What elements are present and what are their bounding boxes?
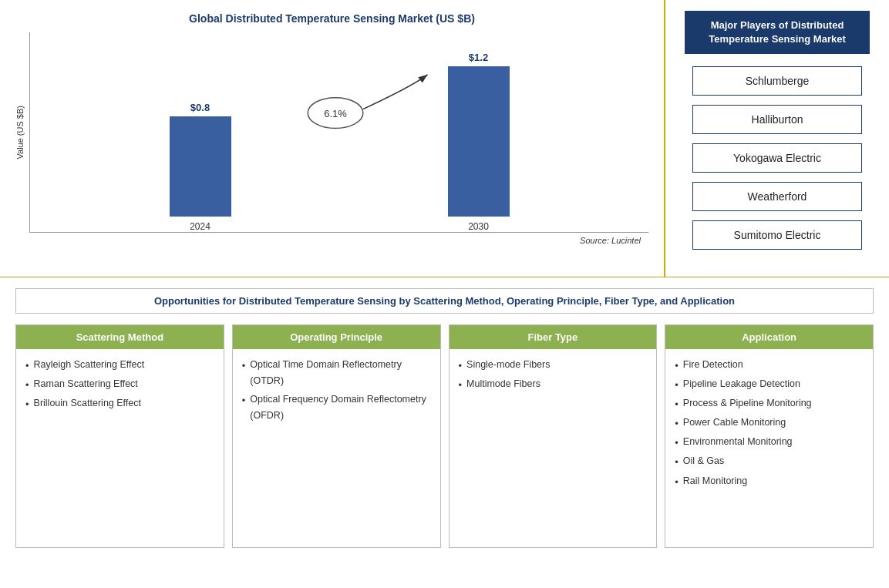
major-players-panel: Major Players of Distributed Temperature…	[665, 0, 889, 277]
player-yokogawa: Yokogawa Electric	[692, 143, 862, 173]
fiber-body: • Single-mode Fibers • Multimode Fibers	[450, 349, 657, 547]
app-item-6: • Oil & Gas	[675, 453, 864, 471]
player-sumitomo: Sumitomo Electric	[692, 220, 862, 250]
bullet-dot: •	[25, 396, 29, 413]
player-weatherford: Weatherford	[692, 182, 862, 211]
scattering-body: • Rayleigh Scattering Effect • Raman Sca…	[16, 349, 224, 547]
bullet-dot: •	[675, 454, 679, 471]
chart-wrapper: Value (US $B) 6.1%	[15, 32, 648, 233]
app-item-5: • Environmental Monitoring	[675, 434, 864, 452]
scattering-item-1: • Rayleigh Scattering Effect	[25, 357, 214, 375]
bottom-section: Opportunities for Distributed Temperatur…	[0, 277, 889, 588]
operating-body: • Optical Time Domain Reflectometry (OTD…	[233, 349, 440, 547]
categories-row: Scattering Method • Rayleigh Scattering …	[15, 324, 874, 548]
bullet-dot: •	[675, 435, 679, 452]
chart-inner: 6.1% $0.8	[29, 32, 648, 233]
app-item-2: • Pipeline Leakage Detection	[675, 376, 864, 394]
bar-label-2024: 2024	[190, 221, 210, 232]
fiber-item-1-text: Single-mode Fibers	[466, 357, 550, 373]
app-item-1: • Fire Detection	[675, 357, 864, 375]
scattering-item-2-text: Raman Scattering Effect	[34, 376, 138, 392]
fiber-item-2-text: Multimode Fibers	[466, 376, 540, 392]
operating-item-2-text: Optical Frequency Domain Reflectometry (…	[250, 391, 430, 425]
bar-group-2030: $1.2 2030	[448, 52, 510, 232]
bullet-dot: •	[242, 392, 246, 409]
app-item-3-text: Process & Pipeline Monitoring	[683, 395, 812, 412]
y-axis-label: Value (US $B)	[15, 106, 25, 160]
bar-2024	[170, 116, 231, 217]
scattering-item-3-text: Brillouin Scattering Effect	[34, 395, 141, 412]
category-scattering: Scattering Method • Rayleigh Scattering …	[15, 324, 224, 548]
fiber-item-2: • Multimode Fibers	[459, 376, 648, 394]
top-section: Global Distributed Temperature Sensing M…	[0, 0, 889, 277]
scattering-header: Scattering Method	[16, 325, 224, 349]
fiber-header: Fiber Type	[450, 325, 657, 349]
fiber-item-1: • Single-mode Fibers	[459, 357, 648, 375]
app-item-2-text: Pipeline Leakage Detection	[683, 376, 800, 392]
app-item-6-text: Oil & Gas	[683, 453, 725, 469]
bullet-dot: •	[459, 377, 463, 394]
bullet-dot: •	[675, 474, 679, 491]
operating-header: Operating Principle	[233, 325, 440, 349]
bullet-dot: •	[675, 415, 679, 432]
operating-item-1: • Optical Time Domain Reflectometry (OTD…	[242, 357, 431, 390]
app-item-7: • Rail Monitoring	[675, 473, 864, 491]
bar-2030	[448, 66, 510, 217]
bullet-dot: •	[25, 377, 29, 394]
bullet-dot: •	[459, 358, 463, 375]
svg-text:6.1%: 6.1%	[324, 108, 347, 119]
app-item-4-text: Power Cable Monitoring	[683, 415, 786, 431]
bullet-dot: •	[675, 377, 679, 394]
app-item-7-text: Rail Monitoring	[683, 473, 747, 489]
application-header: Application	[665, 325, 873, 349]
opportunities-title: Opportunities for Distributed Temperatur…	[15, 288, 874, 314]
cagr-arrow-svg: 6.1%	[30, 32, 648, 232]
player-halliburton: Halliburton	[692, 105, 862, 134]
scattering-item-3: • Brillouin Scattering Effect	[25, 395, 214, 413]
bullet-dot: •	[675, 358, 679, 375]
app-item-5-text: Environmental Monitoring	[683, 434, 793, 450]
chart-title: Global Distributed Temperature Sensing M…	[15, 12, 648, 25]
svg-point-0	[308, 98, 363, 129]
bullet-dot: •	[25, 358, 29, 375]
bullet-dot: •	[242, 358, 246, 375]
bar-value-2024: $0.8	[190, 102, 210, 113]
app-item-4: • Power Cable Monitoring	[675, 415, 864, 432]
category-application: Application • Fire Detection • Pipeline …	[665, 324, 874, 548]
bar-label-2030: 2030	[468, 221, 489, 232]
player-schlumberge: Schlumberge	[692, 66, 862, 96]
bullet-dot: •	[675, 396, 679, 413]
chart-area: Global Distributed Temperature Sensing M…	[0, 0, 665, 277]
operating-item-2: • Optical Frequency Domain Reflectometry…	[242, 391, 431, 425]
bar-value-2030: $1.2	[469, 52, 488, 63]
main-container: Global Distributed Temperature Sensing M…	[0, 0, 889, 588]
application-body: • Fire Detection • Pipeline Leakage Dete…	[665, 349, 873, 547]
scattering-item-2: • Raman Scattering Effect	[25, 376, 214, 394]
app-item-1-text: Fire Detection	[683, 357, 743, 373]
category-operating: Operating Principle • Optical Time Domai…	[232, 324, 441, 548]
category-fiber: Fiber Type • Single-mode Fibers • Multim…	[449, 324, 658, 548]
major-players-title: Major Players of Distributed Temperature…	[685, 11, 870, 54]
app-item-3: • Process & Pipeline Monitoring	[675, 395, 864, 413]
source-label: Source: Lucintel	[15, 236, 648, 245]
scattering-item-1-text: Rayleigh Scattering Effect	[34, 357, 145, 373]
operating-item-1-text: Optical Time Domain Reflectometry (OTDR)	[250, 357, 430, 390]
bars-area: 6.1% $0.8	[29, 32, 648, 233]
bar-group-2024: $0.8 2024	[170, 102, 231, 232]
